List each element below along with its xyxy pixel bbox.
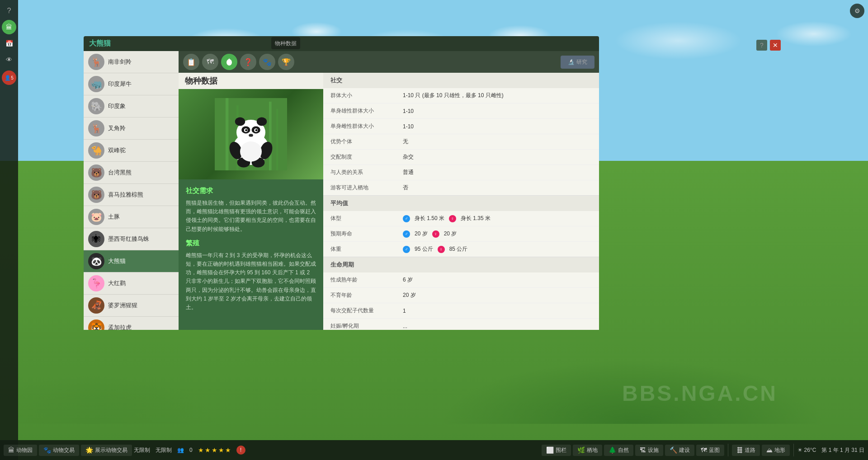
lifespan-value: ♂ 20 岁 ♀ 20 岁 bbox=[403, 230, 592, 238]
panel-close-btn[interactable]: ✕ bbox=[770, 40, 781, 51]
habitat-label: 栖地 bbox=[587, 446, 598, 454]
animal-trade-icon: 🐾 bbox=[43, 446, 51, 454]
svg-point-17 bbox=[257, 117, 267, 126]
star-3: ★ bbox=[212, 446, 217, 454]
animal-item-sable[interactable]: 🦌 南非剑羚 bbox=[84, 51, 179, 73]
tab-other[interactable]: ❓ bbox=[240, 54, 256, 70]
stats-row-human-rel: 与人类的关系 普通 bbox=[323, 165, 599, 180]
group-size-label: 群体大小 bbox=[330, 92, 403, 99]
lifespan-female-val: 20 岁 bbox=[444, 230, 457, 238]
lifecycle-header: 生命周期 bbox=[323, 257, 599, 272]
animal-item-tiger[interactable]: 🐯 孟加拉虎 bbox=[84, 317, 179, 330]
panel-help-btn[interactable]: ? bbox=[756, 40, 767, 51]
female-icon-weight: ♀ bbox=[438, 246, 445, 253]
stats-row-dominant: 优势个体 无 bbox=[323, 134, 599, 150]
tab-achievement[interactable]: 🏆 bbox=[278, 54, 294, 70]
animal-item-aardvark[interactable]: 🐷 土豚 bbox=[84, 206, 179, 228]
animal-item-camel[interactable]: 🐪 双峰驼 bbox=[84, 140, 179, 162]
species-text: 社交需求 熊猫是独居生物，但如果遇到同类，彼此仍会互动。然而，雌熊猫比雄熊猫有更… bbox=[179, 179, 323, 330]
offspring-value: 1 bbox=[403, 308, 592, 314]
human-rel-label: 与人类的关系 bbox=[330, 169, 403, 176]
red-alert-btn[interactable]: ! bbox=[236, 446, 245, 455]
zoo-icon-btn[interactable]: 🏛 bbox=[2, 20, 16, 34]
road-icon: 🛤 bbox=[736, 446, 743, 454]
toolbar-animal-trade-btn[interactable]: 🐾 动物交易 bbox=[39, 445, 79, 456]
tab-bar-label: 物种数据 bbox=[275, 40, 297, 47]
animal-name-spider: 墨西哥红膝鸟蛛 bbox=[108, 235, 149, 243]
stats-row-offspring: 每次交配子代数量 1 bbox=[323, 303, 599, 319]
animal-name-panda: 大熊猫 bbox=[108, 257, 126, 265]
toolbar-separator bbox=[728, 444, 728, 456]
animal-name-tiger: 孟加拉虎 bbox=[108, 324, 132, 330]
tab-info[interactable]: 📋 bbox=[183, 54, 199, 70]
toolbar-terrain-btn[interactable]: ⛰ 地形 bbox=[762, 445, 790, 456]
panel-controls: ? ✕ bbox=[756, 40, 781, 51]
size-female-val: 身长 1.35 米 bbox=[461, 215, 491, 222]
top-right-ui: ⚙ bbox=[850, 4, 864, 18]
toolbar-enclosure-btn[interactable]: ⬜ 围栏 bbox=[542, 445, 571, 456]
animal-item-elephant[interactable]: 🐘 印度象 bbox=[84, 95, 179, 117]
stats-row-male-group: 单身雄性群体大小 1-10 bbox=[323, 103, 599, 119]
animal-item-orangutan[interactable]: 🦧 婆罗洲猩猩 bbox=[84, 295, 179, 317]
visitor-access-label: 游客可进入栖地 bbox=[330, 184, 403, 192]
animal-item-panda[interactable]: 🐼 大熊猫 bbox=[84, 250, 179, 272]
stats-row-maturity: 性成熟年龄 6 岁 bbox=[323, 272, 599, 288]
water-drop-icon bbox=[225, 57, 234, 66]
male-icon-size: ♂ bbox=[403, 215, 410, 222]
blueprint-icon: 🗺 bbox=[701, 446, 707, 454]
build-icon: 🔨 bbox=[670, 446, 677, 454]
toolbar-blueprint-btn[interactable]: 🗺 蓝图 bbox=[696, 445, 724, 456]
toolbar-facilities-btn[interactable]: 🏗 设施 bbox=[635, 445, 663, 456]
stats-row-weight: 体重 ♂ 95 公斤 ♀ 85 公斤 bbox=[323, 242, 599, 257]
animal-name-camel: 双峰驼 bbox=[108, 146, 126, 155]
research-button[interactable]: 🔬 研究 bbox=[561, 56, 594, 69]
settings-btn[interactable]: ⚙ bbox=[850, 4, 864, 18]
animal-item-spider[interactable]: 🕷 墨西哥红膝鸟蛛 bbox=[84, 228, 179, 250]
animal-avatar-pronghorn: 🦌 bbox=[88, 120, 104, 136]
exhibit-trade-label: 展示动物交易 bbox=[95, 446, 127, 454]
left-sidebar: ? 🏛 📅 👁 👤 5 bbox=[0, 0, 18, 460]
male-icon-lifespan: ♂ bbox=[403, 230, 410, 238]
social-section-title: 社交需求 bbox=[186, 187, 316, 195]
animal-item-brownbear[interactable]: 🐻 喜马拉雅棕熊 bbox=[84, 184, 179, 206]
stats-row-mating: 交配制度 杂交 bbox=[323, 150, 599, 165]
animal-avatar-blackbear: 🐻 bbox=[88, 164, 104, 181]
animal-item-rhino[interactable]: 🦏 印度犀牛 bbox=[84, 73, 179, 95]
eye-icon-btn[interactable]: 👁 bbox=[2, 52, 16, 67]
research-icon: 🔬 bbox=[568, 59, 575, 65]
tab-habitat[interactable]: 🗺 bbox=[202, 54, 218, 70]
content-left: 物种数据 bbox=[179, 73, 323, 330]
lifespan-male-val: 20 岁 bbox=[415, 230, 428, 238]
toolbar-build-btn[interactable]: 🔨 建设 bbox=[665, 445, 694, 456]
calendar-icon-btn[interactable]: 📅 bbox=[2, 36, 16, 51]
user-badge[interactable]: 👤 5 bbox=[2, 70, 16, 85]
star-5: ★ bbox=[225, 446, 231, 454]
toolbar-zoo-btn[interactable]: 🏛 动物园 bbox=[4, 445, 37, 456]
animal-avatar-elephant: 🐘 bbox=[88, 98, 104, 114]
average-stats-section: 平均值 体型 ♂ 身长 1.50 米 ♀ 身长 1.35 米 bbox=[323, 196, 599, 257]
animal-item-pronghorn[interactable]: 🦌 叉角羚 bbox=[84, 117, 179, 140]
toolbar-road-btn[interactable]: 🛤 道路 bbox=[732, 445, 760, 456]
animal-item-blackbear[interactable]: 🐻 台湾黑熊 bbox=[84, 162, 179, 184]
animal-item-flamingo[interactable]: 🦩 大红鹳 bbox=[84, 272, 179, 295]
toolbar-habitat-btn[interactable]: 🌿 栖地 bbox=[573, 445, 602, 456]
svg-rect-6 bbox=[276, 109, 278, 170]
gestation-label: 妊娠/孵化期 bbox=[330, 322, 403, 330]
temperature-display: ☀ 26°C bbox=[797, 447, 816, 453]
habitat-icon: 🌿 bbox=[577, 446, 585, 454]
mating-label: 交配制度 bbox=[330, 153, 403, 161]
settings-icon: ⚙ bbox=[854, 7, 860, 14]
tab-behavior[interactable]: 🐾 bbox=[259, 54, 275, 70]
date-display: 第 1 年 1 月 31 日 bbox=[821, 446, 864, 454]
enclosure-icon: ⬜ bbox=[546, 446, 554, 454]
toolbar-nature-btn[interactable]: 🌲 自然 bbox=[604, 445, 633, 456]
star-2: ★ bbox=[205, 446, 211, 454]
tab-needs[interactable] bbox=[221, 54, 237, 70]
animal-avatar-sable: 🦌 bbox=[88, 54, 104, 70]
help-icon-btn[interactable]: ? bbox=[2, 4, 16, 18]
toolbar-exhibit-trade-btn[interactable]: 🌟 展示动物交易 bbox=[81, 445, 132, 456]
temperature-value: 26°C bbox=[804, 447, 816, 453]
watermark: BBS.NGA.CN bbox=[622, 381, 778, 406]
user-count: 5 bbox=[11, 75, 14, 80]
user-icon: 👤 bbox=[5, 75, 11, 81]
